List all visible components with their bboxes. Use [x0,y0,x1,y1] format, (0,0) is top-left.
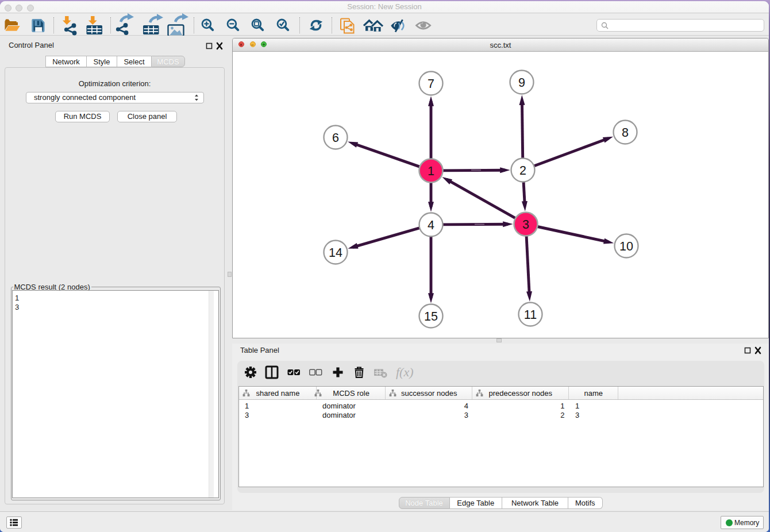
svg-text:3: 3 [522,218,529,232]
svg-text:f(x): f(x) [396,365,414,379]
svg-text:14: 14 [329,246,342,260]
svg-text:1: 1 [428,164,434,178]
svg-text:4: 4 [428,218,434,232]
svg-text:8: 8 [622,126,629,140]
svg-text:9: 9 [518,76,525,90]
svg-text:15: 15 [424,310,438,323]
svg-text:2: 2 [519,164,526,178]
svg-text:11: 11 [524,308,537,322]
svg-text:10: 10 [619,240,633,253]
svg-text:7: 7 [428,77,434,91]
svg-text:6: 6 [332,131,339,145]
